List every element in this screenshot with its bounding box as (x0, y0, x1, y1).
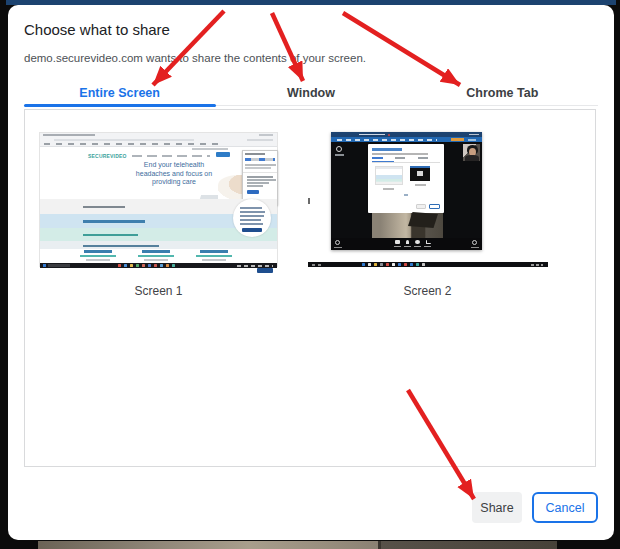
webcam-thumbnail (463, 144, 480, 161)
popup-title (245, 153, 265, 155)
tab-window[interactable]: Window (215, 83, 406, 105)
videocall-window (331, 132, 482, 250)
tab-entire-screen[interactable]: Entire Screen (24, 83, 215, 105)
stat-column (134, 249, 178, 263)
toolbar-highlight-button (451, 138, 464, 141)
bookmarks-bar (44, 143, 224, 145)
nested-tab-strip (372, 157, 440, 159)
browser-chrome (40, 133, 277, 147)
screen2-label: Screen 2 (308, 284, 547, 298)
taskbar-icon (124, 264, 127, 267)
system-tray (237, 265, 273, 267)
wall-shadow (408, 212, 438, 228)
videocall-stage (331, 142, 482, 250)
badge-text (240, 211, 265, 213)
band-link (83, 220, 145, 223)
mic-label (404, 246, 411, 247)
taskbar-icon (422, 263, 425, 266)
system-tray (531, 264, 543, 266)
window-controls (469, 134, 479, 136)
page-cta-button (257, 268, 273, 273)
securevideo-logo: SECUREVIDEO (88, 153, 127, 159)
stat-column (192, 249, 236, 263)
dialog-title: Choose what to share (24, 21, 170, 38)
taskbar-icon (410, 263, 413, 266)
participants-icon (415, 240, 420, 244)
toolbar-items (337, 139, 437, 141)
dialog-buttons: Share Cancel (472, 492, 598, 523)
participants-label (414, 246, 421, 247)
start-button-icon (43, 264, 46, 267)
nested-dialog-speck (417, 171, 423, 176)
camera-label (394, 246, 401, 247)
screen1-label: Screen 1 (39, 284, 278, 298)
record-dot-icon (388, 134, 390, 136)
share-button[interactable]: Share (472, 492, 522, 523)
page-band (40, 241, 277, 249)
titlebar-text (359, 134, 385, 136)
popup-tabs (245, 158, 275, 161)
call-controls-bar (331, 238, 482, 250)
taskbar-icon (154, 264, 157, 267)
taskbar (308, 262, 548, 267)
start-button-icon (312, 264, 322, 266)
taskbar-search (48, 264, 70, 267)
taskbar-icon (142, 264, 145, 267)
webpage: SECUREVIDEO End your telehealth headache… (40, 147, 277, 263)
share-label (424, 246, 431, 247)
telehealth-badge (233, 199, 271, 237)
toolbar-text (468, 139, 476, 141)
nested-dialog-title (372, 148, 402, 151)
popup-text (247, 185, 263, 187)
camera-wall-strip (38, 541, 378, 549)
band-link (83, 206, 125, 209)
nested-screen1-thumb (375, 166, 403, 185)
taskbar-app-icons (362, 263, 425, 266)
camera-wall-shadow (381, 541, 557, 549)
control-right-label (471, 247, 479, 248)
taskbar-icon (374, 263, 377, 266)
taskbar-icon (148, 264, 151, 267)
nested-screen1-label (383, 188, 394, 190)
nested-screen2-label (415, 184, 426, 186)
share-dialog: Choose what to share demo.securevideo.co… (8, 5, 614, 540)
taskbar-icon (118, 264, 121, 267)
nested-text (404, 194, 408, 196)
control-left-label (334, 247, 342, 248)
taskbar-icon (172, 264, 175, 267)
taskbar-icon (404, 263, 407, 266)
screen1-thumbnail[interactable]: SECUREVIDEO End your telehealth headache… (39, 132, 278, 267)
badge-text (240, 215, 264, 217)
site-nav (132, 155, 210, 157)
taskbar-icon (392, 263, 395, 266)
mic-icon (406, 240, 409, 244)
badge-button (242, 228, 262, 232)
address-bar (54, 139, 194, 142)
tab-chrome-tab[interactable]: Chrome Tab (407, 83, 598, 105)
band-link (83, 234, 138, 237)
control-left-icon (335, 240, 340, 245)
taskbar-icon (130, 264, 133, 267)
popup-divider (243, 172, 277, 173)
popup-text (247, 182, 269, 184)
screen2-thumbnail[interactable] (308, 132, 548, 267)
nested-share-dialog (368, 144, 444, 213)
utility-links (192, 148, 228, 150)
badge-text (240, 207, 262, 209)
camera-icon (395, 240, 400, 244)
popup-text (245, 167, 271, 169)
taskbar-icon (416, 263, 419, 266)
cancel-button[interactable]: Cancel (532, 492, 598, 523)
browser-tab-title (43, 134, 95, 136)
share-arrow-icon (426, 240, 431, 244)
taskbar-icon (136, 264, 139, 267)
tab-strip: Entire Screen Window Chrome Tab (24, 83, 598, 106)
taskbar-app-icons (118, 264, 175, 267)
badge-text (240, 219, 261, 221)
signin-button (216, 152, 230, 157)
control-right-icon (472, 240, 477, 245)
preview-area: SECUREVIDEO End your telehealth headache… (24, 109, 596, 467)
dialog-subtitle: demo.securevideo.com wants to share the … (24, 52, 366, 64)
band-link (83, 245, 159, 248)
taskbar-icon (368, 263, 371, 266)
